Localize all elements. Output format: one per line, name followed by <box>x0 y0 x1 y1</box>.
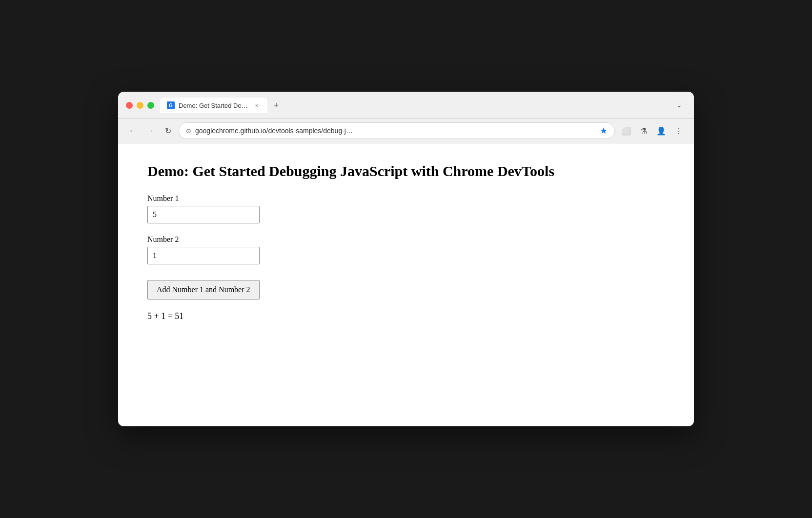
back-button[interactable]: ← <box>126 124 140 138</box>
tab-favicon: G <box>167 101 175 109</box>
number1-label: Number 1 <box>147 194 665 203</box>
result-display: 5 + 1 = 51 <box>147 311 665 321</box>
lab-button[interactable]: ⚗ <box>636 123 651 138</box>
number2-input[interactable] <box>147 247 260 264</box>
refresh-button[interactable]: ↻ <box>161 124 175 138</box>
title-bar: G Demo: Get Started Debuggin… × + ⌄ <box>118 92 694 119</box>
menu-button[interactable]: ⋮ <box>671 123 686 138</box>
tab-title: Demo: Get Started Debuggin… <box>179 102 249 109</box>
bookmark-star-icon[interactable]: ★ <box>600 125 608 136</box>
address-security-icon: ⊙ <box>186 127 191 135</box>
tab-close-button[interactable]: × <box>253 101 261 109</box>
page-title: Demo: Get Started Debugging JavaScript w… <box>147 163 665 179</box>
number2-label: Number 2 <box>147 235 665 244</box>
tab-dropdown-button[interactable]: ⌄ <box>672 98 686 112</box>
window-controls <box>126 102 154 109</box>
add-numbers-button[interactable]: Add Number 1 and Number 2 <box>147 280 260 299</box>
address-text: googlechrome.github.io/devtools-samples/… <box>195 127 596 135</box>
number1-input[interactable] <box>147 206 260 223</box>
extensions-button[interactable]: ⬜ <box>619 123 633 138</box>
tabs-area: G Demo: Get Started Debuggin… × + <box>160 98 667 113</box>
nav-bar: ← → ↻ ⊙ googlechrome.github.io/devtools-… <box>118 119 694 143</box>
browser-window: G Demo: Get Started Debuggin… × + ⌄ ← → … <box>118 92 694 426</box>
nav-actions: ⬜ ⚗ 👤 ⋮ <box>619 123 686 138</box>
maximize-window-button[interactable] <box>147 102 154 109</box>
close-window-button[interactable] <box>126 102 133 109</box>
profile-button[interactable]: 👤 <box>654 123 669 138</box>
minimize-window-button[interactable] <box>137 102 143 109</box>
page-content: Demo: Get Started Debugging JavaScript w… <box>118 143 694 426</box>
number2-group: Number 2 <box>147 235 665 264</box>
active-tab[interactable]: G Demo: Get Started Debuggin… × <box>160 98 267 113</box>
address-bar[interactable]: ⊙ googlechrome.github.io/devtools-sample… <box>179 122 615 139</box>
forward-button[interactable]: → <box>143 124 157 138</box>
number1-group: Number 1 <box>147 194 665 223</box>
new-tab-button[interactable]: + <box>269 99 283 112</box>
